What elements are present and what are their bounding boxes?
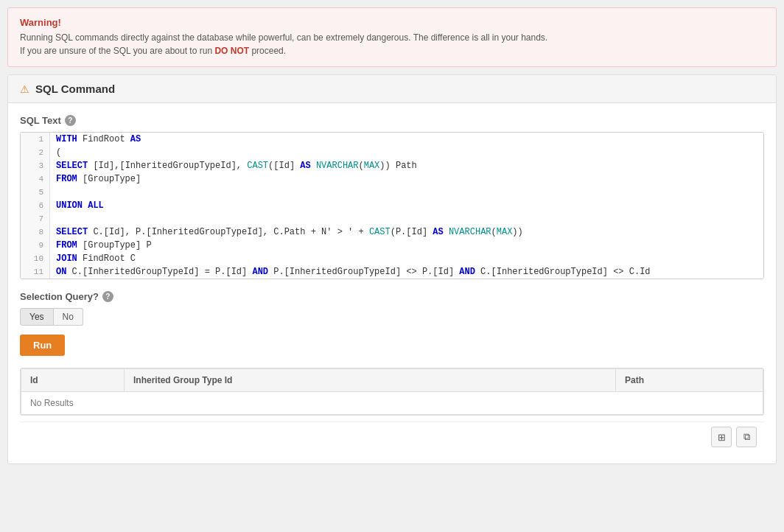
- grid-view-button[interactable]: ⊞: [711, 427, 732, 447]
- results-section: Id Inherited Group Type Id Path No Resul…: [20, 368, 764, 416]
- warning-title: Warning!: [20, 17, 764, 28]
- line-content: SELECT [Id],[InheritedGroupTypeId], CAST…: [50, 159, 423, 172]
- line-number: 12: [21, 279, 50, 279]
- line-number: 6: [21, 199, 50, 212]
- col-inherited-header: Inherited Group Type Id: [125, 369, 616, 392]
- code-line: 3SELECT [Id],[InheritedGroupTypeId], CAS…: [21, 159, 763, 172]
- grid-icon: ⊞: [718, 432, 726, 443]
- code-line: 6UNION ALL: [21, 199, 763, 212]
- warning-line1: Running SQL commands directly against th…: [20, 31, 764, 44]
- results-header-row: Id Inherited Group Type Id Path: [21, 369, 763, 392]
- warning-line2-prefix: If you are unsure of the SQL you are abo…: [20, 46, 214, 56]
- line-content: FROM [GroupType] P: [50, 239, 158, 252]
- line-content: JOIN FindRoot C: [50, 252, 141, 265]
- warning-do-not: DO NOT: [214, 46, 249, 56]
- line-content: FROM [GroupType]: [50, 172, 147, 186]
- line-content: UNION ALL: [50, 199, 110, 212]
- code-line: 9FROM [GroupType] P: [21, 239, 763, 252]
- warning-line2-suffix: proceed.: [249, 46, 286, 56]
- yes-no-group: Yes No: [20, 308, 764, 326]
- selection-query-section: Selection Query? ? Yes No: [20, 291, 764, 326]
- selection-query-label: Selection Query? ?: [20, 291, 764, 302]
- line-number: 4: [21, 172, 50, 186]
- line-number: 10: [21, 252, 50, 265]
- copy-button[interactable]: ⧉: [736, 427, 757, 447]
- card-header: ⚠ SQL Command: [8, 75, 776, 103]
- yes-button[interactable]: Yes: [20, 308, 54, 326]
- line-number: 11: [21, 265, 50, 279]
- code-line: 8SELECT C.[Id], P.[InheritedGroupTypeId]…: [21, 225, 763, 239]
- code-line: 4FROM [GroupType]: [21, 172, 763, 186]
- code-line: 2(: [21, 146, 763, 159]
- line-number: 7: [21, 212, 50, 225]
- warning-banner: Warning! Running SQL commands directly a…: [7, 7, 777, 67]
- line-number: 5: [21, 186, 50, 199]
- warning-line2: If you are unsure of the SQL you are abo…: [20, 44, 764, 57]
- warning-icon: ⚠: [20, 83, 29, 95]
- line-number: 1: [21, 133, 50, 146]
- code-line: 12): [21, 279, 763, 279]
- results-table-body: No Results: [21, 392, 763, 415]
- card-title: SQL Command: [35, 83, 115, 95]
- code-line: 5: [21, 186, 763, 199]
- line-number: 8: [21, 225, 50, 239]
- code-line: 10JOIN FindRoot C: [21, 252, 763, 265]
- line-content: ): [50, 279, 67, 279]
- selection-query-label-text: Selection Query?: [20, 291, 99, 302]
- line-number: 3: [21, 159, 50, 172]
- bottom-toolbar: ⊞ ⧉: [20, 421, 764, 452]
- code-line: 11ON C.[InheritedGroupTypeId] = P.[Id] A…: [21, 265, 763, 279]
- copy-icon: ⧉: [743, 431, 750, 443]
- col-id-header: Id: [21, 369, 125, 392]
- line-content: ON C.[InheritedGroupTypeId] = P.[Id] AND…: [50, 265, 657, 279]
- line-number: 9: [21, 239, 50, 252]
- no-button[interactable]: No: [54, 308, 83, 326]
- line-content: [50, 186, 62, 199]
- no-results-row: No Results: [21, 392, 763, 415]
- line-content: SELECT C.[Id], P.[InheritedGroupTypeId],…: [50, 225, 529, 239]
- line-content: WITH FindRoot AS: [50, 133, 147, 146]
- sql-text-label: SQL Text ?: [20, 115, 764, 126]
- sql-text-label-text: SQL Text: [20, 115, 61, 126]
- sql-text-help-icon[interactable]: ?: [65, 115, 76, 126]
- code-line: 7: [21, 212, 763, 225]
- main-card: ⚠ SQL Command SQL Text ? 1WITH FindRoot …: [7, 74, 777, 464]
- results-table-head: Id Inherited Group Type Id Path: [21, 369, 763, 392]
- line-number: 2: [21, 146, 50, 159]
- line-content: (: [50, 146, 67, 159]
- no-results-cell: No Results: [21, 392, 763, 415]
- results-table: Id Inherited Group Type Id Path No Resul…: [21, 368, 763, 415]
- card-body: SQL Text ? 1WITH FindRoot AS2(3SELECT [I…: [8, 103, 776, 463]
- code-editor[interactable]: 1WITH FindRoot AS2(3SELECT [Id],[Inherit…: [20, 132, 764, 279]
- run-button[interactable]: Run: [20, 335, 65, 356]
- run-section: Run: [20, 335, 764, 356]
- col-path-header: Path: [616, 369, 763, 392]
- line-content: [50, 212, 62, 225]
- selection-query-help-icon[interactable]: ?: [102, 291, 113, 302]
- code-line: 1WITH FindRoot AS: [21, 133, 763, 146]
